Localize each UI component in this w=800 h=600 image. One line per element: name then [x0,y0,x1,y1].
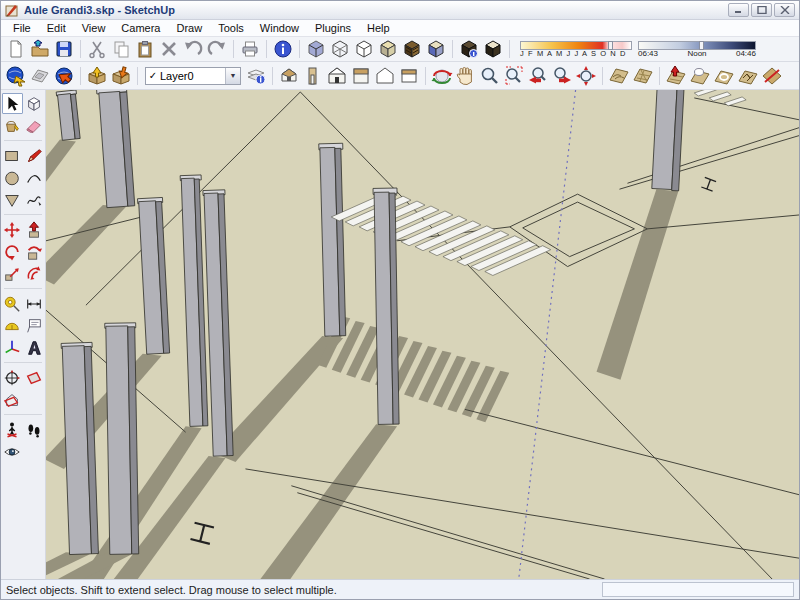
layer-manager-icon[interactable] [244,65,268,87]
axes-icon[interactable] [2,337,23,358]
push-pull-icon[interactable] [24,219,45,240]
shadow-time-slider[interactable]: 06:43 Noon 04:46 [638,41,756,58]
line-icon[interactable] [24,145,45,166]
model-viewport[interactable] [46,90,799,579]
undo-icon[interactable] [181,38,205,60]
erase-icon[interactable] [157,38,181,60]
shadow-time-track[interactable] [638,41,756,50]
arc-icon[interactable] [24,167,45,188]
zoom-next-icon[interactable] [550,65,574,87]
menu-plugins[interactable]: Plugins [307,21,359,35]
menu-help[interactable]: Help [359,21,398,35]
minimize-button[interactable] [728,3,749,17]
separator [80,67,81,85]
copy-icon[interactable] [109,38,133,60]
xray-icon[interactable] [304,38,328,60]
layer-dropdown-arrow-icon[interactable]: ▼ [225,68,240,84]
palette-separator [4,362,42,363]
close-button[interactable] [774,3,795,17]
from-scratch-icon[interactable] [631,65,655,87]
orbit-compass-icon[interactable] [2,367,23,388]
zoom-window-icon[interactable] [502,65,526,87]
place-model-icon[interactable] [52,65,76,87]
look-around-icon[interactable] [2,441,23,462]
measurements-box[interactable] [602,582,794,597]
zoom-icon[interactable] [478,65,502,87]
open-icon[interactable] [28,38,52,60]
polygon-icon[interactable] [2,189,23,210]
rectangle-icon[interactable] [2,145,23,166]
maximize-button[interactable] [751,3,772,17]
display-sections-icon[interactable] [2,389,23,410]
wireframe-icon[interactable] [328,38,352,60]
dimension-icon[interactable] [24,293,45,314]
follow-me-icon[interactable] [24,241,45,262]
print-icon[interactable] [238,38,262,60]
get-current-view-icon[interactable] [4,65,28,87]
move-icon[interactable] [2,219,23,240]
menu-tools[interactable]: Tools [210,21,252,35]
menu-camera[interactable]: Camera [113,21,168,35]
pan-icon[interactable] [454,65,478,87]
view-left-icon[interactable] [397,65,421,87]
eraser-icon[interactable] [24,115,45,136]
shadow-date-track[interactable] [520,41,632,50]
freehand-icon[interactable] [24,189,45,210]
drape-icon[interactable] [712,65,736,87]
scale-icon[interactable] [2,263,23,284]
flip-edge-icon[interactable] [760,65,784,87]
paint-bucket-icon[interactable] [2,115,23,136]
view-back-icon[interactable] [373,65,397,87]
share-model-icon[interactable] [109,65,133,87]
tape-measure-icon[interactable] [2,293,23,314]
position-camera-icon[interactable] [2,419,23,440]
menu-file[interactable]: File [5,21,39,35]
offset-icon[interactable] [24,263,45,284]
text-icon[interactable] [24,315,45,336]
orbit-icon[interactable] [430,65,454,87]
shaded-icon[interactable] [376,38,400,60]
shadow-settings-icon[interactable] [457,38,481,60]
smoove-icon[interactable] [664,65,688,87]
shadow-date-handle[interactable] [608,41,613,50]
protractor-icon[interactable] [2,315,23,336]
circle-icon[interactable] [2,167,23,188]
3d-text-icon[interactable] [24,337,45,358]
add-detail-icon[interactable] [736,65,760,87]
stamp-icon[interactable] [688,65,712,87]
shaded-textures-icon[interactable] [400,38,424,60]
redo-icon[interactable] [205,38,229,60]
menu-edit[interactable]: Edit [39,21,74,35]
monochrome-icon[interactable] [424,38,448,60]
make-component-icon[interactable] [24,93,45,114]
separator [452,40,453,58]
menu-view[interactable]: View [74,21,114,35]
view-iso-icon[interactable] [277,65,301,87]
get-models-icon[interactable] [85,65,109,87]
view-right-icon[interactable] [301,65,325,87]
new-icon[interactable] [4,38,28,60]
hidden-line-icon[interactable] [352,38,376,60]
shadow-time-handle[interactable] [699,41,704,50]
paste-icon[interactable] [133,38,157,60]
from-contours-icon[interactable] [607,65,631,87]
view-front-icon[interactable] [325,65,349,87]
cut-icon[interactable] [85,38,109,60]
shadow-toggle-icon[interactable] [481,38,505,60]
menu-draw[interactable]: Draw [168,21,210,35]
select-icon[interactable] [2,93,23,114]
shadow-date-slider[interactable]: J F M A M J J A S O N D [520,41,632,58]
save-icon[interactable] [52,38,76,60]
palette-spacer [24,389,45,410]
model-scene[interactable] [46,90,799,579]
view-top-icon[interactable] [349,65,373,87]
zoom-previous-icon[interactable] [526,65,550,87]
menu-window[interactable]: Window [252,21,307,35]
model-info-icon[interactable] [271,38,295,60]
rotate-icon[interactable] [2,241,23,262]
layer-selector[interactable]: ✓ Layer0 ▼ [145,67,241,85]
toggle-terrain-icon[interactable] [28,65,52,87]
walk-icon[interactable] [24,419,45,440]
zoom-extents-icon[interactable] [574,65,598,87]
section-plane-icon[interactable] [24,367,45,388]
